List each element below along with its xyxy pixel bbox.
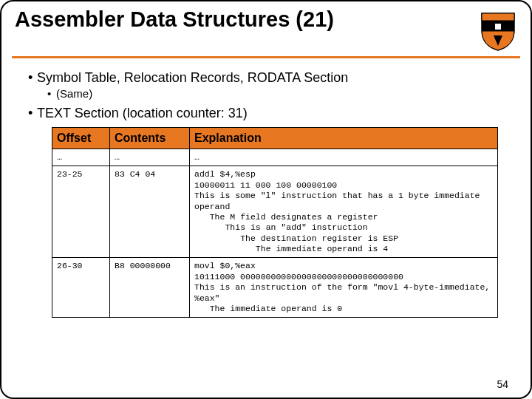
cell-offset: … — [52, 149, 110, 166]
table-row: 23-25 83 C4 04 addl $4,%esp 10000011 11 … — [52, 166, 498, 258]
table-wrap: Offset Contents Explanation … … … 23-25 … — [52, 127, 498, 318]
col-contents: Contents — [110, 128, 190, 149]
cell-explanation: addl $4,%esp 10000011 11 000 100 0000010… — [190, 166, 498, 258]
bullet-text: TEXT Section (location counter: 31) — [37, 106, 248, 120]
bullet-text: Symbol Table, Relocation Records, RODATA… — [37, 70, 348, 85]
content-area: •Symbol Table, Relocation Records, RODAT… — [1, 58, 531, 318]
text-section-table: Offset Contents Explanation … … … 23-25 … — [52, 127, 498, 318]
page-title: Assembler Data Structures (21) — [15, 7, 479, 32]
bullet-text: (Same) — [56, 87, 92, 100]
svg-rect-0 — [495, 24, 501, 30]
cell-contents: B8 00000000 — [110, 258, 190, 318]
col-explanation: Explanation — [190, 128, 498, 149]
cell-explanation: movl $0,%eax 10111000 000000000000000000… — [190, 258, 498, 318]
col-offset: Offset — [52, 128, 110, 149]
title-row: Assembler Data Structures (21) — [1, 1, 531, 52]
princeton-crest-icon — [479, 10, 517, 52]
page-number: 54 — [497, 378, 508, 390]
table-row: … … … — [52, 149, 498, 166]
cell-offset: 26-30 — [52, 258, 110, 318]
table-header-row: Offset Contents Explanation — [52, 128, 498, 149]
slide-frame: Assembler Data Structures (21) •Symbol T… — [0, 0, 532, 399]
cell-contents: 83 C4 04 — [110, 166, 190, 258]
bullet-level1: •Symbol Table, Relocation Records, RODAT… — [28, 70, 510, 86]
bullet-level1: •TEXT Section (location counter: 31) — [28, 106, 510, 121]
cell-offset: 23-25 — [52, 166, 110, 258]
cell-explanation: … — [190, 149, 498, 166]
bullet-level2: •(Same) — [47, 87, 510, 100]
cell-contents: … — [110, 149, 190, 166]
table-row: 26-30 B8 00000000 movl $0,%eax 10111000 … — [52, 258, 498, 318]
